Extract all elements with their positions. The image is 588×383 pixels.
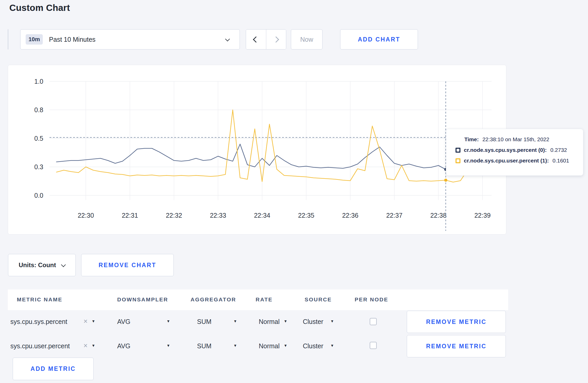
col-source: SOURCE [305, 296, 332, 303]
add-metric-button[interactable]: ADD METRIC [13, 358, 94, 380]
dropdown-arrow-icon[interactable]: ▾ [234, 318, 236, 324]
sys-series-legend-icon [456, 148, 460, 153]
remove-metric-button[interactable]: REMOVE METRIC [407, 335, 506, 357]
svg-text:0.8: 0.8 [34, 106, 43, 114]
aggregator-select[interactable]: SUM [197, 342, 212, 350]
svg-text:22:38: 22:38 [430, 212, 447, 219]
rate-select[interactable]: Normal [259, 318, 280, 325]
svg-text:1.0: 1.0 [34, 78, 43, 85]
next-time-button[interactable] [266, 30, 286, 49]
chart-card: 0.00.30.50.81.022:3022:3122:3222:3322:34… [8, 65, 506, 235]
col-rate: RATE [256, 296, 273, 303]
time-range-label: Past 10 Minutes [49, 36, 95, 43]
svg-text:22:36: 22:36 [342, 212, 359, 219]
tooltip-sys-series-name: cr.node.sys.cpu.sys.percent (0): [464, 147, 547, 153]
dropdown-arrow-icon[interactable]: ▾ [167, 343, 170, 348]
downsampler-select[interactable]: AVG [117, 342, 130, 350]
dropdown-arrow-icon[interactable]: ▾ [284, 343, 287, 348]
svg-text:22:37: 22:37 [386, 212, 403, 219]
custom-chart-page: Custom Chart 10m Past 10 Minutes Now ADD… [0, 0, 588, 383]
col-downsampler: DOWNSAMPLER [117, 296, 168, 303]
dropdown-arrow-icon[interactable]: ▾ [92, 343, 95, 348]
metric-row: sys.cpu.user.percent × ▾ AVG ▾ SUM ▾ Nor… [0, 335, 588, 359]
dropdown-arrow-icon[interactable]: ▾ [92, 318, 95, 324]
svg-text:22:33: 22:33 [210, 212, 226, 219]
tooltip-user-series-name: cr.node.sys.cpu.user.percent (1): [464, 158, 549, 164]
time-range-selector[interactable]: 10m Past 10 Minutes [20, 29, 240, 49]
svg-text:0.5: 0.5 [34, 135, 43, 142]
chevron-down-icon [61, 262, 66, 267]
tooltip-time-label: Time: [464, 136, 479, 143]
dropdown-arrow-icon[interactable]: ▾ [284, 318, 287, 324]
dropdown-arrow-icon[interactable]: ▾ [167, 318, 170, 324]
remove-metric-button[interactable]: REMOVE METRIC [407, 311, 506, 333]
tooltip-user-series-value: 0.1601 [552, 158, 569, 164]
source-select[interactable]: Cluster [303, 342, 323, 350]
dropdown-arrow-icon[interactable]: ▾ [331, 318, 333, 324]
prev-time-button[interactable] [246, 30, 266, 49]
controls-divider [8, 29, 8, 49]
now-button[interactable]: Now [291, 29, 323, 49]
svg-text:0.3: 0.3 [34, 163, 43, 171]
aggregator-select[interactable]: SUM [197, 318, 212, 325]
clear-metric-icon[interactable]: × [83, 317, 88, 325]
col-metric-name: METRIC NAME [17, 296, 62, 303]
metric-name-select[interactable]: sys.cpu.user.percent [10, 342, 70, 350]
chart-tooltip: Time: 22:38:10 on Mar 15th, 2022 cr.node… [446, 129, 583, 176]
time-nav-group [246, 29, 286, 49]
per-node-checkbox[interactable] [370, 318, 377, 325]
svg-text:22:35: 22:35 [298, 212, 314, 219]
svg-text:22:30: 22:30 [78, 212, 94, 219]
add-chart-button[interactable]: ADD CHART [340, 29, 418, 49]
page-title: Custom Chart [9, 3, 70, 13]
tooltip-time-value: 22:38:10 on Mar 15th, 2022 [482, 136, 549, 143]
dropdown-arrow-icon[interactable]: ▾ [234, 343, 236, 348]
metric-table-header: METRIC NAME DOWNSAMPLER AGGREGATOR RATE … [8, 289, 508, 310]
source-select[interactable]: Cluster [303, 318, 323, 325]
svg-text:22:39: 22:39 [474, 212, 491, 219]
user-series-legend-icon [456, 158, 460, 163]
rate-select[interactable]: Normal [259, 342, 280, 350]
svg-text:22:31: 22:31 [122, 212, 138, 219]
units-label: Units: Count [19, 261, 56, 269]
clear-metric-icon[interactable]: × [83, 342, 88, 350]
time-range-badge: 10m [26, 34, 43, 45]
downsampler-select[interactable]: AVG [117, 318, 130, 325]
chevron-down-icon [225, 37, 230, 41]
svg-text:0.0: 0.0 [34, 192, 43, 199]
col-per-node: PER NODE [355, 296, 388, 303]
dropdown-arrow-icon[interactable]: ▾ [331, 343, 333, 348]
units-selector[interactable]: Units: Count [8, 254, 76, 276]
svg-text:22:34: 22:34 [254, 212, 270, 219]
chevron-left-icon [253, 36, 259, 42]
metric-row: sys.cpu.sys.percent × ▾ AVG ▾ SUM ▾ Norm… [0, 310, 588, 335]
tooltip-sys-series-value: 0.2732 [550, 147, 567, 153]
col-aggregator: AGGREGATOR [191, 296, 236, 303]
chart-svg[interactable]: 0.00.30.50.81.022:3022:3122:3222:3322:34… [8, 65, 506, 234]
chevron-right-icon [273, 36, 279, 42]
per-node-checkbox[interactable] [370, 342, 377, 349]
remove-chart-button[interactable]: REMOVE CHART [81, 254, 174, 276]
metric-name-select[interactable]: sys.cpu.sys.percent [10, 318, 67, 325]
svg-text:22:32: 22:32 [166, 212, 182, 219]
